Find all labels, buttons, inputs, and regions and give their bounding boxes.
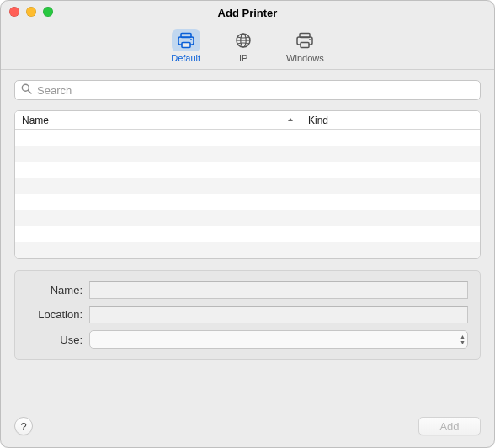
printer-icon [172, 29, 200, 51]
tab-default[interactable]: Default [164, 28, 207, 67]
toolbar: Default IP [1, 24, 494, 70]
table-body[interactable] [15, 130, 480, 258]
add-button[interactable]: Add [418, 417, 481, 435]
column-header-kind-label: Kind [308, 115, 328, 126]
name-field[interactable] [89, 281, 468, 299]
use-label: Use: [27, 333, 89, 346]
svg-point-3 [190, 39, 192, 40]
add-button-label: Add [439, 420, 459, 433]
tab-ip-label: IP [239, 53, 248, 63]
printer-table: Name Kind [14, 110, 481, 259]
tab-windows[interactable]: Windows [279, 28, 331, 67]
search-field-wrap [14, 80, 481, 100]
column-header-kind[interactable]: Kind [301, 111, 480, 129]
add-printer-window: Add Printer Default [0, 0, 495, 448]
tab-ip[interactable]: IP [222, 28, 264, 67]
bottom-bar: ? Add [1, 417, 494, 447]
column-header-name-label: Name [22, 115, 49, 126]
location-field[interactable] [89, 306, 468, 323]
help-icon: ? [20, 420, 26, 433]
sort-ascending-icon [287, 115, 294, 125]
titlebar: Add Printer [1, 1, 494, 24]
search-input[interactable] [14, 80, 481, 100]
table-row [15, 178, 480, 194]
table-row [15, 146, 480, 162]
tab-default-label: Default [171, 53, 200, 63]
table-header: Name Kind [15, 111, 480, 130]
svg-point-10 [310, 39, 311, 40]
content-area: Name Kind [1, 70, 494, 417]
help-button[interactable]: ? [14, 417, 33, 435]
tab-windows-label: Windows [286, 53, 324, 63]
minimize-window-button[interactable] [26, 7, 36, 17]
zoom-window-button[interactable] [43, 7, 53, 17]
table-row [15, 162, 480, 178]
name-label: Name: [27, 284, 89, 296]
table-row [15, 226, 480, 242]
table-row [15, 210, 480, 226]
globe-icon [229, 29, 258, 51]
window-controls [9, 7, 53, 17]
table-row [15, 194, 480, 210]
svg-line-12 [28, 90, 31, 93]
column-header-name[interactable]: Name [15, 111, 301, 129]
window-title: Add Printer [218, 7, 278, 19]
location-label: Location: [27, 308, 89, 321]
svg-rect-9 [301, 42, 309, 47]
close-window-button[interactable] [9, 7, 19, 17]
svg-rect-2 [182, 42, 190, 47]
search-icon [21, 83, 32, 97]
table-row [15, 242, 480, 258]
details-panel: Name: Location: Use: ▲▼ [14, 270, 481, 360]
table-row [15, 130, 480, 146]
use-select[interactable] [89, 330, 468, 349]
printer-alt-icon [290, 29, 319, 51]
